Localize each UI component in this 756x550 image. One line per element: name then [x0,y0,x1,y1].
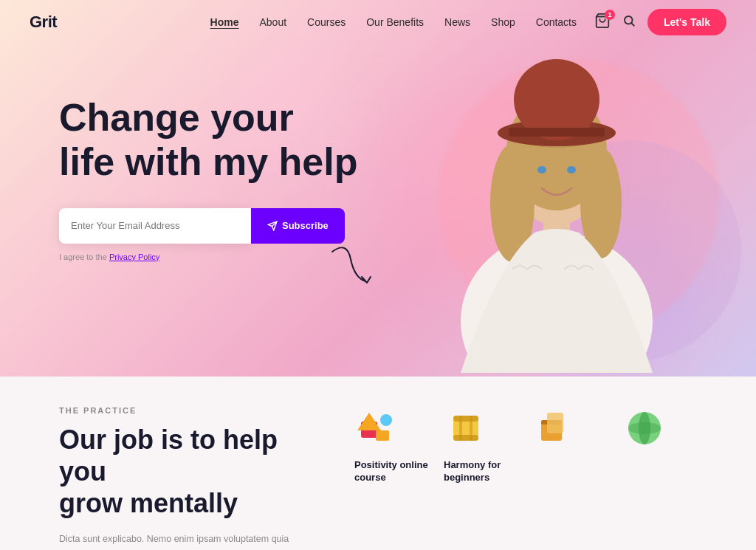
subscribe-button[interactable]: Subscribe [251,208,345,244]
courses-grid: Positivity online course Harmony for beg… [354,406,697,520]
hero-title: Change your life with my help [59,96,358,185]
nav-item-home[interactable]: Home [210,16,239,28]
svg-rect-25 [470,416,472,441]
svg-marker-18 [357,413,381,430]
section-label: THE PRACTICE [59,406,325,415]
search-icon[interactable] [622,14,636,30]
svg-rect-12 [509,128,605,137]
course-icon-4 [622,406,667,450]
course-card-2[interactable]: Harmony for beginners [444,406,518,484]
course-icon-1 [354,406,399,450]
hero-person-illustration [402,11,712,373]
practice-section: THE PRACTICE Our job is to help you grow… [59,406,325,520]
practice-description: Dicta sunt explicabo. Nemo enim ipsam vo… [59,532,325,550]
decorative-arrow [325,244,377,292]
email-input[interactable] [59,208,251,244]
svg-rect-22 [453,416,478,422]
privacy-policy-link[interactable]: Privacy Policy [109,252,159,261]
nav-item-about[interactable]: About [259,16,286,28]
header: Grit Home About Courses Our Benefits New… [0,0,756,44]
cart-icon[interactable]: 1 [594,13,611,32]
logo[interactable]: Grit [30,13,57,32]
lets-talk-button[interactable]: Let's Talk [647,9,726,35]
practice-title: Our job is to help you grow mentally [59,424,325,520]
svg-rect-23 [453,435,478,441]
svg-rect-24 [459,416,462,441]
nav-item-benefits[interactable]: Our Benefits [366,16,424,28]
svg-line-2 [632,23,634,25]
svg-rect-28 [547,413,563,433]
course-name-1: Positivity online course [354,459,429,484]
bottom-section: THE PRACTICE Our job is to help you grow… [0,377,756,550]
svg-point-20 [380,414,392,426]
privacy-text: I agree to the Privacy Policy [59,252,358,261]
nav-item-shop[interactable]: Shop [491,16,515,28]
nav-item-courses[interactable]: Courses [307,16,346,28]
nav-item-news[interactable]: News [444,16,470,28]
send-icon [267,221,278,231]
header-actions: 1 Let's Talk [594,9,726,35]
email-form: Subscribe [59,208,358,244]
hero-content: Change your life with my help Subscribe … [59,96,358,261]
course-icon-3 [533,406,577,450]
course-card-1[interactable]: Positivity online course [354,406,429,484]
svg-rect-19 [376,430,389,441]
cart-badge: 1 [605,10,615,20]
nav-item-contacts[interactable]: Contacts [536,16,577,28]
course-name-2: Harmony for beginners [444,459,518,484]
course-icon-2 [444,406,488,450]
course-card-4[interactable] [622,406,697,459]
hero-section: Change your life with my help Subscribe … [0,0,756,377]
svg-point-13 [537,166,546,173]
course-card-3[interactable] [533,406,608,459]
svg-point-14 [567,166,576,173]
nav: Home About Courses Our Benefits News Sho… [210,16,577,28]
svg-point-31 [628,422,661,434]
